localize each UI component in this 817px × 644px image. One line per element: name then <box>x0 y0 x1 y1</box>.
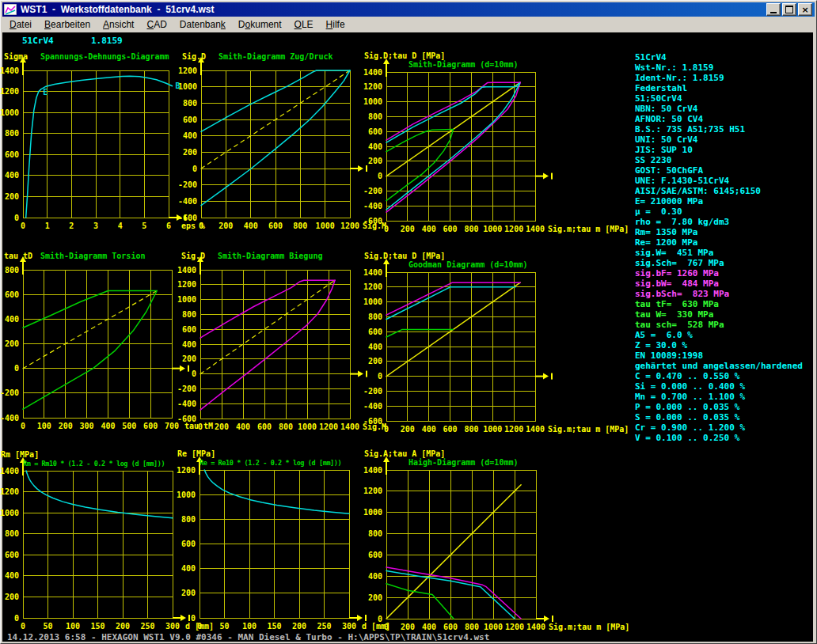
svg-text:Smith-Diagramm Biegung: Smith-Diagramm Biegung <box>218 252 322 260</box>
menu-item-datei[interactable]: Datei <box>3 17 38 32</box>
svg-text:400: 400 <box>5 315 19 324</box>
material-data-line: µ = 0.30 <box>635 206 803 217</box>
svg-text:-200: -200 <box>178 180 197 189</box>
svg-text:400: 400 <box>5 171 19 180</box>
svg-text:100: 100 <box>37 422 51 430</box>
svg-text:400: 400 <box>182 340 196 349</box>
svg-text:400: 400 <box>422 425 436 434</box>
svg-text:200: 200 <box>368 357 382 366</box>
material-data-line: Z = 30.0 % <box>635 340 803 350</box>
chart-goodman-d10: 0200400600800100012001400-600-400-200020… <box>363 248 622 437</box>
svg-text:1400: 1400 <box>363 268 382 277</box>
minimize-button[interactable] <box>766 3 781 16</box>
svg-text:600: 600 <box>268 222 283 230</box>
svg-text:0: 0 <box>192 165 197 173</box>
svg-text:1200: 1200 <box>177 466 196 475</box>
material-data-line: AISI/SAE/ASTM: 6145;6150 <box>635 186 803 196</box>
svg-text:200: 200 <box>183 148 197 157</box>
window-controls: × <box>766 3 812 16</box>
material-data-line: NBN: 50 CrV4 <box>635 104 803 114</box>
svg-text:0: 0 <box>192 369 196 378</box>
svg-text:600: 600 <box>443 623 458 631</box>
svg-text:Sig.D;tau D [MPa]: Sig.D;tau D [MPa] <box>364 51 445 60</box>
svg-text:-200: -200 <box>177 385 196 393</box>
svg-text:1000: 1000 <box>316 222 335 230</box>
svg-text:1200: 1200 <box>363 82 382 91</box>
series-tension-upper <box>386 83 520 142</box>
chart-haigh-d10: 0200400600800100012001400020040060080010… <box>363 446 623 635</box>
series-torsion-amplitude <box>386 584 454 619</box>
svg-text:Sig.D: Sig.D <box>181 252 205 260</box>
svg-text:0: 0 <box>199 222 203 230</box>
material-data-line: Rm= 1350 MPa <box>635 227 803 237</box>
svg-text:600: 600 <box>443 425 458 434</box>
svg-text:600: 600 <box>5 150 19 159</box>
svg-text:-400: -400 <box>363 202 382 210</box>
svg-text:tau tD: tau tD <box>4 252 32 260</box>
series-torsion-upper <box>386 129 454 151</box>
svg-text:1400: 1400 <box>363 68 382 77</box>
svg-text:Sig.m;tau m [MPa]: Sig.m;tau m [MPa] <box>549 623 629 631</box>
svg-text:0: 0 <box>384 425 389 434</box>
window-title: WST1 - Werkstoffdatenbank - 51crv4.wst <box>21 4 766 15</box>
minimize-icon <box>770 12 777 13</box>
svg-text:800: 800 <box>5 266 19 275</box>
svg-text:400: 400 <box>422 623 436 631</box>
svg-text:600: 600 <box>5 290 19 299</box>
menu-item-cad[interactable]: CAD <box>140 17 173 32</box>
svg-text:0: 0 <box>378 372 382 381</box>
svg-text:1200: 1200 <box>177 280 196 289</box>
material-data-line: SS 2230 <box>635 155 803 165</box>
svg-text:-400: -400 <box>178 197 197 206</box>
material-data-line: S = 0.000 .. 0.035 % <box>635 412 803 422</box>
svg-text:800: 800 <box>368 529 382 538</box>
svg-text:1000: 1000 <box>298 422 317 431</box>
svg-text:100: 100 <box>66 622 80 631</box>
svg-text:-600: -600 <box>178 214 197 222</box>
svg-text:200: 200 <box>5 339 19 348</box>
svg-text:1200: 1200 <box>340 222 359 230</box>
svg-text:400: 400 <box>368 343 382 351</box>
svg-text:600: 600 <box>368 328 382 336</box>
menu-item-ole[interactable]: OLE <box>288 17 320 32</box>
svg-text:1000: 1000 <box>483 425 502 434</box>
menu-item-hilfe[interactable]: Hilfe <box>320 17 352 32</box>
svg-text:600: 600 <box>368 127 382 136</box>
svg-text:150: 150 <box>267 622 281 631</box>
chart-smith-d10: 0200400600800100012001400-600-400-200020… <box>363 48 622 237</box>
svg-text:1000: 1000 <box>177 295 196 304</box>
close-button[interactable]: × <box>798 3 812 16</box>
svg-text:400: 400 <box>236 422 250 431</box>
material-data-line: B.S.: 735 A51;735 H51 <box>635 124 803 134</box>
svg-text:1000: 1000 <box>177 491 196 499</box>
material-data-line: GOST: 50ChGFA <box>635 165 803 176</box>
svg-text:0: 0 <box>378 615 382 623</box>
series-re-size-curve <box>204 470 349 513</box>
svg-text:-200: -200 <box>363 187 382 195</box>
svg-text:1400: 1400 <box>0 467 19 475</box>
menu-item-ansicht[interactable]: Ansicht <box>97 17 140 32</box>
material-data-line: sig.bF= 1260 MPa <box>635 268 803 278</box>
maximize-button[interactable] <box>782 3 796 16</box>
svg-text:400: 400 <box>368 572 382 581</box>
menu-item-dokument[interactable]: Dokument <box>232 17 288 32</box>
svg-text:-600: -600 <box>363 417 382 426</box>
menu-item-datenbank[interactable]: Datenbank <box>173 17 232 32</box>
svg-text:800: 800 <box>464 225 478 233</box>
svg-text:1000: 1000 <box>0 108 19 117</box>
svg-text:400: 400 <box>244 222 258 230</box>
svg-text:-400: -400 <box>0 414 19 422</box>
svg-text:0: 0 <box>21 622 25 631</box>
menu-item-bearbeiten[interactable]: Bearbeiten <box>38 17 97 32</box>
svg-text:800: 800 <box>464 425 478 434</box>
status-bar: 14.12.2013 6:58 - HEXAGON WST1 V9.0 #034… <box>7 632 489 642</box>
title-bar[interactable]: WST1 - Werkstoffdatenbank - 51crv4.wst × <box>2 2 815 17</box>
svg-text:Rm = Rm10 * (1.2 - 0.2 * log (: Rm = Rm10 * (1.2 - 0.2 * log (d [mm])) <box>23 460 165 468</box>
material-data-line: tau sch= 528 MPa <box>635 320 803 330</box>
svg-text:1200: 1200 <box>0 87 19 96</box>
svg-text:Sig.D;tau D [MPa]: Sig.D;tau D [MPa] <box>364 252 445 260</box>
svg-text:200: 200 <box>218 222 233 230</box>
svg-text:0: 0 <box>378 172 382 180</box>
svg-text:1200: 1200 <box>363 282 382 291</box>
svg-text:600: 600 <box>143 422 158 430</box>
